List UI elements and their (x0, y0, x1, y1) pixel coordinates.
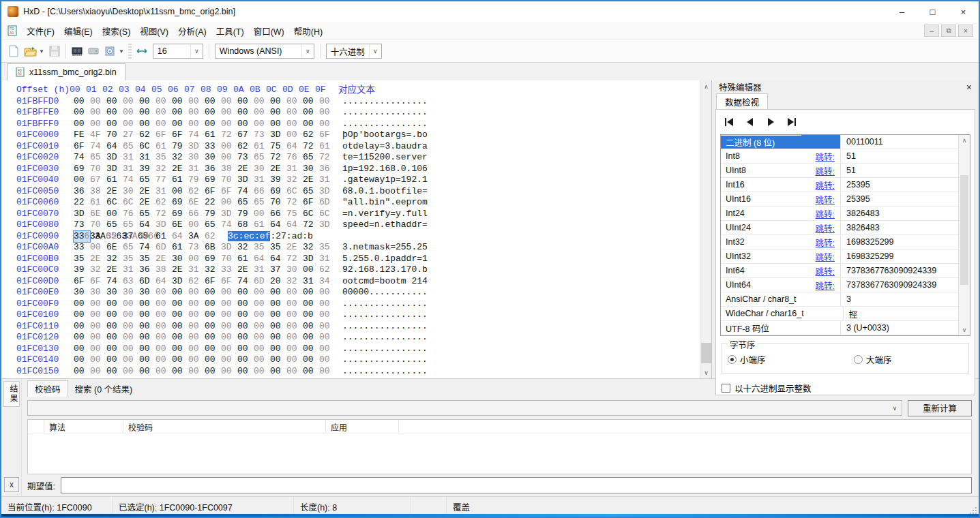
jump-link[interactable]: 跳转: (816, 193, 835, 206)
hex-byte[interactable]: 30 (172, 254, 188, 265)
hex-byte[interactable]: 00 (319, 299, 336, 310)
hex-byte[interactable]: 62 (303, 130, 319, 141)
hex-byte[interactable]: 3D (74, 209, 90, 220)
hex-byte[interactable]: 61 (172, 242, 188, 254)
decoded-text[interactable]: otdelay=3.baudra (342, 141, 428, 153)
hex-byte[interactable]: 4F (90, 130, 106, 141)
hex-byte[interactable]: 74 (188, 130, 205, 141)
hex-byte[interactable]: 00 (270, 96, 286, 108)
hex-byte[interactable]: 00 (155, 366, 172, 378)
resize-grip[interactable] (970, 507, 977, 514)
hex-byte[interactable]: 00 (286, 130, 303, 141)
hex-byte[interactable]: 00 (303, 264, 319, 276)
hex-byte[interactable]: 35 (139, 254, 155, 265)
hex-byte[interactable]: 35 (270, 242, 286, 254)
hex-byte[interactable]: 00 (286, 119, 303, 130)
hex-byte[interactable]: 64 (172, 231, 188, 243)
hex-byte[interactable]: 00 (172, 186, 188, 198)
hex-byte[interactable]: 00 (155, 96, 172, 108)
hex-byte[interactable]: 00 (74, 366, 90, 378)
decoded-text[interactable]: .gatewayip=192.1 (342, 174, 428, 186)
hex-byte[interactable]: 00 (188, 107, 205, 119)
hex-byte[interactable]: 00 (155, 344, 172, 355)
decoded-text[interactable]: ................ (342, 332, 428, 344)
menu-item[interactable]: 窗口(W) (249, 22, 289, 40)
menu-item[interactable]: 编辑(E) (59, 22, 98, 40)
hex-byte[interactable]: 00 (237, 309, 254, 321)
hex-byte[interactable]: 74 (90, 141, 106, 153)
hex-byte[interactable]: 00 (188, 287, 205, 299)
mdi-restore-button[interactable]: ⧉ (941, 25, 956, 37)
hex-byte[interactable]: 00 (106, 299, 123, 310)
decoded-text[interactable]: ................ (342, 354, 428, 366)
hex-byte[interactable]: 00 (188, 332, 205, 344)
menu-item[interactable]: 视图(V) (135, 22, 173, 40)
hex-byte[interactable]: 00 (254, 354, 270, 366)
hex-byte[interactable]: 62 (155, 197, 172, 209)
hex-byte[interactable]: 00 (123, 354, 139, 366)
hex-byte[interactable]: 00 (254, 321, 270, 333)
open-ram-icon[interactable] (69, 43, 85, 59)
hex-byte[interactable]: 32 (106, 254, 123, 265)
expected-value-input[interactable] (61, 477, 972, 493)
hex-byte[interactable]: 30 (123, 186, 139, 198)
hex-byte[interactable]: 00 (123, 344, 139, 355)
hex-byte[interactable]: 65 (254, 197, 270, 209)
last-byte-button[interactable] (784, 117, 798, 127)
hex-byte[interactable]: 63 (123, 276, 139, 288)
hex-byte[interactable]: 31 (303, 276, 319, 288)
inspector-value[interactable]: 3 (841, 294, 970, 304)
hex-byte[interactable]: 32 (237, 242, 254, 254)
hex-byte[interactable]: 65 (303, 152, 319, 164)
hex-byte[interactable]: 00 (303, 287, 319, 299)
hex-byte[interactable]: 36 (74, 186, 90, 198)
hex-byte[interactable]: 79 (172, 141, 188, 153)
hex-byte[interactable]: 00 (205, 332, 221, 344)
hex-byte[interactable]: 2E (106, 186, 123, 198)
hex-byte[interactable]: 00 (90, 242, 106, 254)
column-header-checksum[interactable]: 校验码 (123, 420, 326, 433)
hex-byte[interactable]: 65 (303, 186, 319, 198)
inspector-scrollbar[interactable]: ∧ ∨ (958, 135, 970, 335)
open-disk-icon[interactable] (85, 43, 102, 59)
hex-byte[interactable]: 3D (237, 174, 254, 186)
hex-byte[interactable]: 32 (155, 164, 172, 175)
hex-byte[interactable]: 00 (90, 344, 106, 355)
menu-item[interactable]: 搜索(S) (98, 22, 136, 40)
hex-byte[interactable]: 72 (286, 197, 303, 209)
hex-byte[interactable]: 00 (237, 96, 254, 108)
hex-byte[interactable]: 32 (286, 174, 303, 186)
hex-byte[interactable]: 6C (319, 209, 336, 220)
mdi-minimize-button[interactable]: – (924, 25, 939, 37)
hex-byte[interactable]: 00 (155, 287, 172, 299)
hex-byte[interactable]: 62 (205, 231, 221, 243)
hex-byte[interactable]: 30 (286, 264, 303, 276)
hex-byte[interactable]: 00 (139, 344, 155, 355)
hex-byte[interactable]: 30 (139, 287, 155, 299)
inspector-row[interactable]: UInt24跳转:3826483 (721, 221, 970, 235)
hex-byte[interactable]: 38 (90, 186, 106, 198)
hex-byte[interactable]: 00 (221, 366, 237, 378)
hex-byte[interactable]: 6C (139, 141, 155, 153)
hex-byte[interactable]: 00 (254, 332, 270, 344)
hex-byte[interactable]: 00 (270, 287, 286, 299)
hex-byte[interactable]: 65 (139, 209, 155, 220)
hex-byte[interactable]: 00 (155, 299, 172, 310)
hex-byte[interactable]: 31 (123, 164, 139, 175)
hex-byte[interactable]: 00 (286, 107, 303, 119)
minimize-button[interactable]: – (887, 1, 917, 22)
inspector-value[interactable]: 1698325299 (841, 252, 970, 261)
tab-checksums[interactable]: 校验码 (27, 380, 68, 397)
hex-byte[interactable]: 00 (74, 344, 90, 355)
hex-byte[interactable]: 00 (205, 344, 221, 355)
hex-byte[interactable]: 79 (237, 209, 254, 220)
decoded-text[interactable]: ................ (342, 321, 428, 333)
hex-byte[interactable]: 3D (155, 219, 172, 231)
decoded-text[interactable]: speed=n.ethaddr= (342, 219, 428, 231)
hex-byte[interactable]: 30 (254, 164, 270, 175)
inspector-value[interactable]: 25395 (841, 180, 970, 189)
hex-byte[interactable]: 00 (237, 107, 254, 119)
decoded-text-selection[interactable]: 3c:ec:ef (228, 231, 270, 241)
inspector-value[interactable]: 1698325299 (841, 237, 970, 247)
hex-selection[interactable]: 33633A65633A6566 (74, 231, 90, 243)
